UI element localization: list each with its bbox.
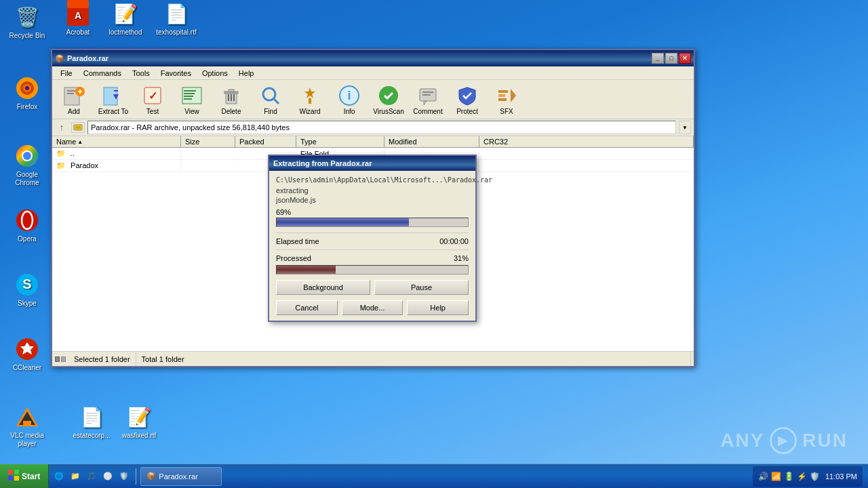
desktop-icon-estatecorp[interactable]: 📄 estatecorp... <box>68 403 115 440</box>
desktop-icon-firefox[interactable]: Firefox <box>3 75 51 111</box>
svg-text:✓: ✓ <box>149 90 157 102</box>
taskbar-ie[interactable]: 🌐 <box>52 467 66 486</box>
svg-rect-50 <box>422 94 431 96</box>
taskbar-chrome-btn[interactable]: ⚪ <box>100 467 115 486</box>
dialog-buttons-row1: Background Pause <box>276 280 469 295</box>
tray-icon-2[interactable]: 📶 <box>771 472 781 481</box>
col-header-modified[interactable]: Modified <box>384 136 479 147</box>
col-header-type[interactable]: Type <box>296 136 384 147</box>
recycle-bin-label: Recycle Bin <box>3 32 51 40</box>
menu-commands[interactable]: Commands <box>78 68 127 79</box>
loctmethod-icon: 📝 <box>112 0 139 27</box>
col-header-size[interactable]: Size <box>181 136 235 147</box>
desktop-icon-chrome[interactable]: Google Chrome <box>3 142 51 187</box>
pause-button[interactable]: Pause <box>374 280 469 295</box>
mode-button[interactable]: Mode... <box>342 300 403 315</box>
find-label: Find <box>264 108 277 115</box>
taskbar-security-btn[interactable]: 🛡️ <box>117 467 132 486</box>
info-label: Info <box>344 108 355 115</box>
window-title: 📦 Paradox.rar <box>55 54 108 63</box>
col-header-crc32[interactable]: CRC32 <box>479 136 694 147</box>
col-header-packed[interactable]: Packed <box>235 136 296 147</box>
toolbar-comment[interactable]: Comment <box>409 81 447 117</box>
clock: 11:03 PM <box>825 472 857 481</box>
svg-rect-31 <box>184 90 196 92</box>
firefox-icon <box>14 75 41 102</box>
wasfixed-icon: 📝 <box>125 403 153 430</box>
toolbar-find[interactable]: Find <box>252 81 290 117</box>
extraction-filename: jsonMode.js <box>276 196 469 204</box>
toolbar-view[interactable]: View <box>173 81 211 117</box>
menu-help[interactable]: Help <box>233 68 260 79</box>
desktop-icon-skype[interactable]: S Skype <box>3 271 51 308</box>
menu-options[interactable]: Options <box>197 68 233 79</box>
desktop-icon-vlc[interactable]: VLC media player <box>3 403 51 448</box>
extraction-path: C:\Users\admin\AppData\Local\Microsoft..… <box>276 176 469 184</box>
toolbar-test[interactable]: ✓ Test <box>134 81 172 117</box>
toolbar-extract[interactable]: Extract To <box>94 81 132 117</box>
desktop-icon-recycle-bin[interactable]: 🗑️ Recycle Bin <box>3 3 51 40</box>
svg-rect-24 <box>79 89 81 94</box>
svg-rect-51 <box>498 90 508 93</box>
desktop-icon-loctmethod[interactable]: 📝 loctmethod <box>102 0 149 37</box>
menu-tools[interactable]: Tools <box>127 68 155 79</box>
taskbar-media[interactable]: 🎵 <box>84 467 99 486</box>
toolbar-wizard[interactable]: Wizard <box>291 81 329 117</box>
winrar-taskbar-icon: 📦 <box>146 472 156 481</box>
elapsed-value: 00:00:00 <box>439 237 469 245</box>
tray-icon-security[interactable]: 🛡️ <box>810 472 820 481</box>
desktop-icon-acrobat[interactable]: A Acrobat <box>54 0 102 37</box>
sfx-icon <box>494 83 519 108</box>
desktop-icon-opera[interactable]: Opera <box>3 207 51 243</box>
svg-rect-52 <box>498 94 505 97</box>
maximize-button[interactable]: □ <box>665 53 677 64</box>
add-label: Add <box>68 108 80 115</box>
protect-icon <box>455 83 479 108</box>
acrobat-label: Acrobat <box>54 28 102 37</box>
desktop-icon-wasfixed[interactable]: 📝 wasfixed.rtf <box>115 403 163 440</box>
desktop-icon-texhospital[interactable]: 📄 texhospital.rtf <box>153 0 200 37</box>
view-icon <box>180 83 204 108</box>
opera-icon <box>14 207 41 234</box>
start-button[interactable]: Start <box>0 464 49 488</box>
toolbar-protect[interactable]: Protect <box>448 81 486 117</box>
svg-rect-53 <box>498 98 507 101</box>
loctmethod-label: loctmethod <box>102 28 149 37</box>
address-dropdown[interactable]: ▼ <box>679 121 691 134</box>
back-button[interactable]: ↑ <box>55 121 68 134</box>
file-crc-cell <box>479 165 694 167</box>
file-progress-percent: 69% <box>276 208 291 216</box>
cancel-button[interactable]: Cancel <box>276 300 338 315</box>
tray-icon-4[interactable]: ⚡ <box>797 472 807 481</box>
recycle-bin-icon: 🗑️ <box>14 3 41 30</box>
toolbar-info[interactable]: i Info <box>330 81 368 117</box>
menu-file[interactable]: File <box>55 68 78 79</box>
menu-favorites[interactable]: Favorites <box>155 68 197 79</box>
desktop-icon-ccleaner[interactable]: CCleaner <box>3 336 51 372</box>
minimize-button[interactable]: _ <box>652 53 664 64</box>
close-button[interactable]: ✕ <box>679 53 691 64</box>
tray-icon-1[interactable]: 🔊 <box>758 472 768 481</box>
processed-label: Processed <box>276 254 311 262</box>
winrar-title-icon: 📦 <box>55 54 64 63</box>
toolbar-delete[interactable]: Delete <box>212 81 250 117</box>
texhospital-label: texhospital.rtf <box>153 28 200 37</box>
help-button[interactable]: Help <box>407 300 469 315</box>
start-label: Start <box>22 472 40 481</box>
skype-icon: S <box>14 271 41 298</box>
chrome-icon <box>14 142 41 169</box>
toolbar-add[interactable]: Add <box>55 81 93 117</box>
address-input[interactable]: Paradox.rar - RAR archive, unpacked size… <box>87 121 676 134</box>
taskbar-winrar-item[interactable]: 📦 Paradox.rar <box>140 467 222 486</box>
taskbar-folder[interactable]: 📁 <box>68 467 83 486</box>
background-button[interactable]: Background <box>276 280 370 295</box>
chrome-quick-icon: ⚪ <box>103 472 113 481</box>
svg-line-42 <box>273 98 279 104</box>
file-name-cell: 📁 Paradox <box>52 161 181 171</box>
col-header-name[interactable]: Name ▲ <box>52 136 181 147</box>
media-icon: 🎵 <box>87 472 96 481</box>
toolbar-virusscan[interactable]: VirusScan <box>370 81 408 117</box>
processed-row: Processed 31% <box>276 254 469 262</box>
toolbar-sfx[interactable]: SFX <box>488 81 526 117</box>
tray-icon-3[interactable]: 🔋 <box>784 472 794 481</box>
